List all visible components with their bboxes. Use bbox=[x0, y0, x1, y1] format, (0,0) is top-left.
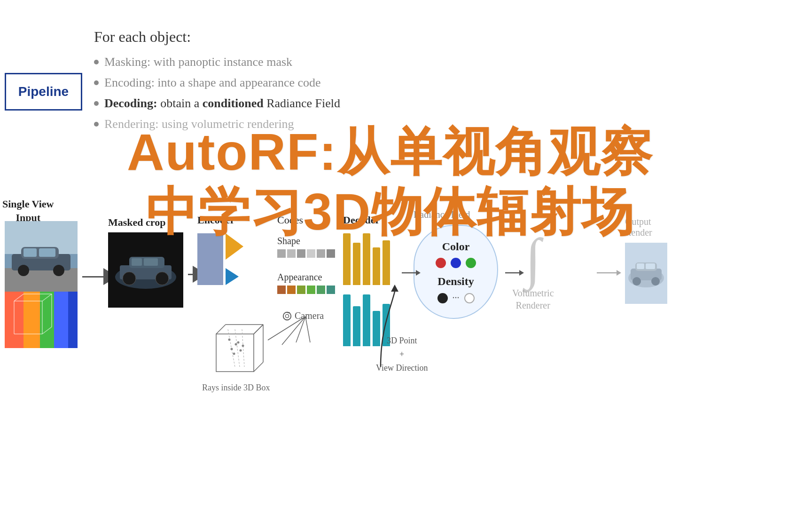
appearance-code-strip bbox=[277, 286, 335, 294]
svg-line-54 bbox=[242, 329, 244, 367]
radiance-color-label: Color bbox=[442, 240, 470, 253]
app-block-4 bbox=[307, 286, 315, 294]
box-3d-svg bbox=[202, 315, 268, 381]
rays-label: Rays inside 3D Box bbox=[202, 383, 270, 393]
svg-rect-8 bbox=[39, 248, 55, 257]
arrow-svg-3 bbox=[597, 268, 623, 278]
app-block-2 bbox=[287, 286, 296, 294]
svg-line-67 bbox=[305, 317, 310, 342]
svg-point-42 bbox=[651, 277, 660, 286]
svg-point-5 bbox=[18, 265, 29, 276]
app-block-1 bbox=[277, 286, 286, 294]
overlay-title: AutoRF:从单视角观察 中学习3D物体辐射场 bbox=[127, 122, 653, 241]
density-dot-black bbox=[437, 293, 448, 303]
svg-point-29 bbox=[123, 272, 136, 285]
svg-rect-43 bbox=[637, 263, 644, 269]
shape-block-5 bbox=[317, 249, 325, 258]
camera-lines-svg bbox=[258, 312, 352, 349]
svg-marker-36 bbox=[617, 270, 621, 276]
appearance-code-row: Appearance bbox=[277, 272, 335, 294]
arrow-line-1 bbox=[82, 276, 103, 278]
curved-arrow-svg bbox=[352, 282, 409, 376]
svg-point-30 bbox=[156, 272, 169, 285]
depth-map-svg bbox=[5, 292, 78, 348]
svg-rect-2 bbox=[5, 268, 78, 292]
svg-point-59 bbox=[233, 353, 235, 355]
bullet-dot-4 bbox=[94, 122, 99, 127]
color-dots bbox=[436, 258, 476, 268]
single-view-label: Single View Input bbox=[2, 198, 54, 224]
density-ellipsis: ··· bbox=[453, 293, 460, 303]
svg-line-50 bbox=[254, 362, 263, 372]
svg-point-56 bbox=[235, 343, 237, 346]
arrow-radiance-to-volumetric bbox=[505, 268, 524, 279]
shape-block-4 bbox=[307, 249, 315, 258]
car-svg bbox=[5, 221, 78, 292]
camera-section: Camera bbox=[282, 310, 352, 351]
svg-rect-10 bbox=[23, 292, 40, 348]
encoder-triangle-blue bbox=[226, 268, 239, 285]
bullet-dot-1 bbox=[94, 60, 99, 64]
shape-code-strip bbox=[277, 249, 335, 258]
svg-point-60 bbox=[240, 349, 242, 352]
shape-block-1 bbox=[277, 249, 286, 258]
svg-line-64 bbox=[268, 317, 305, 340]
decoder-bar-4 bbox=[373, 247, 380, 285]
svg-point-57 bbox=[231, 348, 233, 350]
decoder-bar-5 bbox=[383, 240, 390, 285]
bullet-dot-2 bbox=[94, 80, 99, 85]
color-dot-blue bbox=[451, 258, 461, 268]
bullet-dot-3 bbox=[94, 101, 99, 106]
depth-map-image bbox=[5, 292, 78, 348]
arrow-volumetric-to-output bbox=[597, 268, 623, 279]
radiance-density-label: Density bbox=[437, 275, 474, 288]
shape-block-3 bbox=[297, 249, 305, 258]
svg-rect-12 bbox=[54, 292, 68, 348]
bullet-item-1: Masking: with panoptic instance mask bbox=[94, 55, 340, 69]
top-section: For each object: Masking: with panoptic … bbox=[94, 28, 340, 138]
appearance-code-label: Appearance bbox=[277, 272, 335, 283]
output-render-svg bbox=[625, 243, 667, 304]
arrow-svg-1 bbox=[402, 268, 421, 278]
svg-rect-7 bbox=[23, 248, 37, 257]
app-block-3 bbox=[297, 286, 305, 294]
masked-crop-svg bbox=[108, 232, 183, 308]
decoder-bar-2 bbox=[353, 243, 360, 285]
bullet-item-3: Decoding: obtain a conditioned Radiance … bbox=[94, 96, 340, 111]
density-dot-white bbox=[464, 293, 475, 303]
input-image-area bbox=[5, 221, 78, 348]
pipeline-box: Pipeline bbox=[5, 73, 82, 111]
car-silhouette bbox=[5, 221, 78, 292]
arrow-svg-2 bbox=[505, 268, 524, 278]
input-image-top bbox=[5, 221, 78, 292]
bullet-list: Masking: with panoptic instance mask Enc… bbox=[94, 55, 340, 131]
arrow-decoder-to-radiance bbox=[402, 268, 421, 279]
svg-rect-28 bbox=[144, 258, 158, 266]
shape-block-6 bbox=[327, 249, 335, 258]
shape-block-2 bbox=[287, 249, 296, 258]
svg-line-66 bbox=[296, 317, 305, 342]
svg-point-41 bbox=[632, 277, 641, 286]
output-render-image bbox=[625, 243, 667, 304]
svg-marker-68 bbox=[391, 285, 398, 292]
svg-point-55 bbox=[228, 339, 231, 341]
color-dot-red bbox=[436, 258, 446, 268]
svg-marker-32 bbox=[416, 270, 421, 276]
svg-marker-34 bbox=[519, 270, 524, 276]
for-each-object-heading: For each object: bbox=[94, 28, 340, 46]
svg-point-61 bbox=[242, 345, 244, 347]
svg-point-6 bbox=[53, 265, 64, 276]
color-dot-green bbox=[466, 258, 476, 268]
overlay-line2: 中学习3D物体辐射场 bbox=[127, 182, 653, 242]
svg-rect-13 bbox=[68, 292, 78, 348]
overlay-line1: AutoRF:从单视角观察 bbox=[127, 122, 653, 182]
svg-line-46 bbox=[216, 325, 226, 334]
pipeline-label: Pipeline bbox=[18, 84, 69, 99]
masked-crop-image bbox=[108, 232, 183, 308]
svg-line-65 bbox=[282, 317, 305, 345]
volumetric-label: Volumetric Renderer bbox=[512, 287, 554, 311]
svg-point-58 bbox=[237, 341, 240, 344]
conditioned-bold: conditioned bbox=[203, 96, 264, 110]
app-block-6 bbox=[327, 286, 335, 294]
svg-rect-44 bbox=[646, 263, 655, 269]
